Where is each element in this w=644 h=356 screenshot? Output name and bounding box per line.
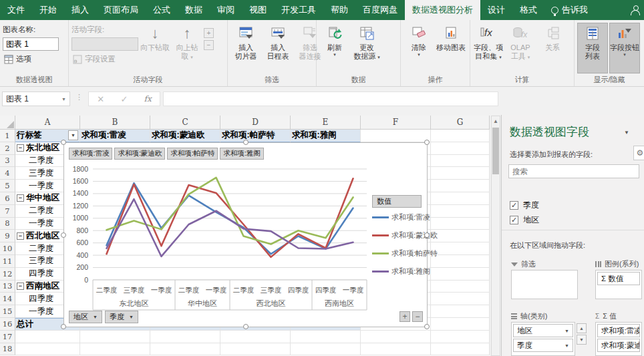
chart-field-button-求和项:雅阁[interactable]: 求和项:雅阁 xyxy=(220,148,263,160)
collapse-button[interactable]: − xyxy=(17,194,24,202)
options-button[interactable]: 选项 xyxy=(3,53,59,65)
pivot-row-labels-cell[interactable]: 行标签▼ xyxy=(15,130,80,142)
ribbon-tab-视图[interactable]: 视图 xyxy=(242,0,274,20)
row-header-5[interactable]: 5 xyxy=(0,180,15,192)
legend-values-field-button[interactable]: 数值 xyxy=(372,195,422,208)
row-header-6[interactable]: 6 xyxy=(0,192,15,205)
field-list-button[interactable]: 字段 列表 xyxy=(577,23,608,73)
empty-cell[interactable] xyxy=(431,268,490,281)
empty-cell[interactable] xyxy=(150,331,220,343)
axis-scroll-down-button[interactable]: ▼ xyxy=(577,335,587,345)
drill-up-button[interactable]: ↑ 向上钻 取 ▾ xyxy=(172,23,202,73)
empty-cell[interactable] xyxy=(431,180,490,192)
formula-bar-splitter[interactable]: ⋮ xyxy=(75,93,83,102)
empty-cell[interactable] xyxy=(431,293,490,305)
sheet-vertical-scrollbar[interactable]: ▲ xyxy=(491,116,500,356)
tell-me-button[interactable]: 告诉我 xyxy=(544,0,595,20)
name-box-dropdown-arrow[interactable]: ▼ xyxy=(61,97,66,102)
empty-cell[interactable] xyxy=(431,218,490,230)
field-list-item-地区[interactable]: ✓地区 xyxy=(510,212,539,227)
chart-field-button-求和项:帕萨特[interactable]: 求和项:帕萨特 xyxy=(167,148,218,160)
empty-cell[interactable] xyxy=(431,192,490,205)
empty-cell[interactable] xyxy=(431,242,490,255)
values-area-box[interactable]: 求和项:雷凌▼求和项:蒙迪欧▼ xyxy=(595,322,642,356)
row-header-8[interactable]: 8 xyxy=(0,218,15,230)
refresh-button[interactable]: 刷新 ▾ xyxy=(319,23,350,73)
chart-name-input[interactable] xyxy=(3,37,59,51)
ribbon-tab-数据透视图分析[interactable]: 数据透视图分析 xyxy=(405,0,480,20)
field-buttons-button[interactable]: 字段按钮 ▾ xyxy=(609,23,640,73)
chart-resize-handle-bottom-left[interactable] xyxy=(61,324,66,329)
row-header-10[interactable]: 10 xyxy=(0,242,15,255)
column-header-A[interactable]: A xyxy=(15,116,80,130)
move-chart-button[interactable]: 移动图表 xyxy=(436,23,466,73)
drill-down-button[interactable]: ↓ 向下钻取 xyxy=(140,23,170,73)
ribbon-tab-格式[interactable]: 格式 xyxy=(512,0,544,20)
column-header-C[interactable]: C xyxy=(150,116,220,130)
row-header-17[interactable]: 17 xyxy=(0,331,15,343)
row-header-9[interactable]: 9 xyxy=(0,230,15,242)
empty-cell[interactable] xyxy=(361,130,431,142)
enter-formula-button[interactable]: ✓ xyxy=(120,94,128,104)
empty-cell[interactable] xyxy=(431,305,490,318)
chart-axis-button-季度[interactable]: 季度▼ xyxy=(105,311,138,323)
column-header-G[interactable]: G xyxy=(431,116,490,130)
collapse-button[interactable]: − xyxy=(17,144,24,152)
empty-cell[interactable] xyxy=(431,230,490,242)
chart-expand-button[interactable]: + xyxy=(399,311,410,322)
pane-splitter[interactable] xyxy=(502,230,644,230)
legend-item-求和项:帕萨特[interactable]: 求和项:帕萨特 xyxy=(372,248,438,258)
scroll-thumb[interactable] xyxy=(492,128,499,174)
chart-field-button-求和项:蒙迪欧[interactable]: 求和项:蒙迪欧 xyxy=(114,148,165,160)
row-header-7[interactable]: 7 xyxy=(0,205,15,218)
insert-timeline-button[interactable]: 插入 日程表 xyxy=(263,23,293,73)
column-header-E[interactable]: E xyxy=(291,116,361,130)
collapse-button[interactable]: − xyxy=(17,283,24,290)
filters-area-box[interactable] xyxy=(511,270,578,299)
row-header-2[interactable]: 2 xyxy=(0,142,15,155)
row-labels-filter-button[interactable]: ▼ xyxy=(68,130,78,140)
area-field-pill-地区[interactable]: 地区▼ xyxy=(513,324,573,337)
select-all-corner[interactable] xyxy=(0,116,15,130)
row-header-12[interactable]: 12 xyxy=(0,268,15,281)
pivot-chart[interactable]: 求和项:雷凌求和项:蒙迪欧求和项:帕萨特求和项:雅阁 0200400600800… xyxy=(63,142,428,327)
empty-cell[interactable] xyxy=(150,343,220,356)
pane-options-arrow-icon[interactable]: ▼ xyxy=(624,130,629,136)
empty-cell[interactable] xyxy=(291,331,361,343)
ribbon-tab-百度网盘[interactable]: 百度网盘 xyxy=(355,0,405,20)
field-checkbox[interactable]: ✓ xyxy=(510,216,518,224)
empty-cell[interactable] xyxy=(431,255,490,268)
column-header-F[interactable]: F xyxy=(361,116,431,130)
legend-item-求和项:雅阁[interactable]: 求和项:雅阁 xyxy=(372,266,438,277)
chart-resize-handle-bottom-right[interactable] xyxy=(424,324,430,329)
chart-resize-handle-top-left[interactable] xyxy=(61,140,66,145)
row-header-13[interactable]: 13 xyxy=(0,281,15,293)
field-settings-button[interactable]: i 字段设置 xyxy=(71,53,138,65)
chart-collapse-button[interactable]: − xyxy=(412,311,423,322)
ribbon-tab-开发工具[interactable]: 开发工具 xyxy=(274,0,323,20)
column-header-D[interactable]: D xyxy=(220,116,291,130)
empty-cell[interactable] xyxy=(431,343,490,356)
chart-resize-handle-middle-right[interactable] xyxy=(424,232,430,238)
field-checkbox[interactable]: ✓ xyxy=(510,201,518,210)
field-search-input[interactable] xyxy=(508,164,639,178)
scroll-up-arrow[interactable]: ▲ xyxy=(492,116,500,126)
row-header-11[interactable]: 11 xyxy=(0,255,15,268)
name-box[interactable]: 图表 1 ▼ xyxy=(2,92,70,106)
empty-cell[interactable] xyxy=(431,155,490,168)
fields-items-sets-button[interactable]: fx 字段、项 目和集 ▾ xyxy=(473,23,504,73)
column-header-B[interactable]: B xyxy=(80,116,150,130)
axis-scroll-up-button[interactable]: ▲ xyxy=(577,323,587,333)
insert-slicer-button[interactable]: 插入 切片器 xyxy=(230,23,261,73)
area-field-pill-求和项:蒙迪欧[interactable]: 求和项:蒙迪欧▼ xyxy=(597,339,640,352)
pivot-row-label-cell[interactable] xyxy=(15,343,80,356)
chart-axis-button-地区[interactable]: 地区▼ xyxy=(69,311,102,323)
ribbon-tab-公式[interactable]: 公式 xyxy=(146,0,178,20)
relationships-button[interactable]: 关系 xyxy=(537,23,568,73)
axis-area-box[interactable]: 地区▼季度▼ xyxy=(511,322,575,356)
legend-item-求和项:雷凌[interactable]: 求和项:雷凌 xyxy=(372,212,438,222)
legend-area-box[interactable]: Σ 数值 xyxy=(595,270,642,299)
empty-cell[interactable] xyxy=(291,343,361,356)
olap-tools-button[interactable]: fx OLAP 工具 ▾ xyxy=(505,23,536,73)
empty-cell[interactable] xyxy=(361,343,431,356)
